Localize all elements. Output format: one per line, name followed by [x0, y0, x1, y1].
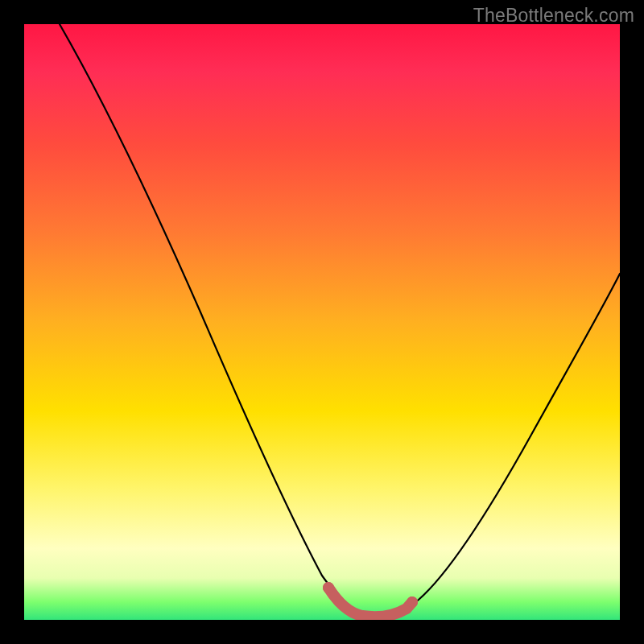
bottleneck-curve [24, 24, 620, 620]
highlight-dot-left [323, 582, 334, 593]
highlight-path [328, 588, 412, 617]
chart-frame: TheBottleneck.com [0, 0, 644, 644]
plot-area [24, 24, 620, 620]
highlight-dot-right [407, 597, 418, 608]
curve-path [60, 24, 620, 616]
watermark-text: TheBottleneck.com [473, 5, 634, 27]
